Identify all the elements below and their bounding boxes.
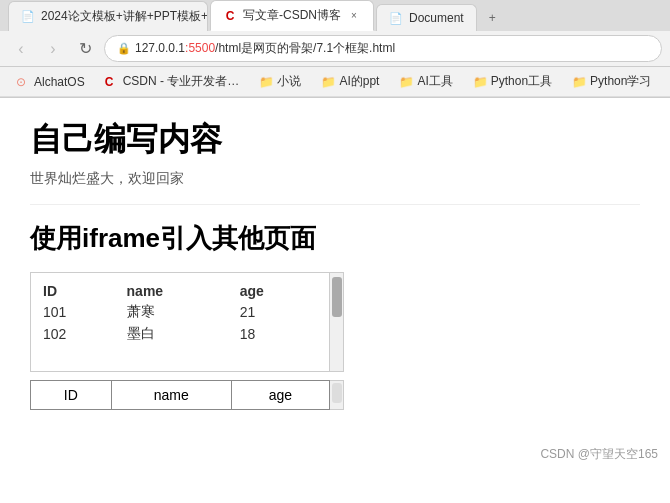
- bottom-col-id: ID: [31, 381, 112, 410]
- scrollbar-bottom[interactable]: [330, 380, 344, 410]
- row1-name: 萧寒: [123, 301, 236, 323]
- page-content: 自己编写内容 世界灿烂盛大，欢迎回家 使用iframe引入其他页面 ID nam…: [0, 98, 670, 471]
- bookmark-python-study-label: Python学习: [590, 73, 651, 90]
- table-row: 101 萧寒 21: [39, 301, 321, 323]
- tab3-label: Document: [409, 11, 464, 25]
- scrollbar[interactable]: [330, 272, 344, 372]
- row2-id: 102: [39, 323, 123, 345]
- alchat-icon: ⊙: [16, 75, 30, 89]
- new-tab-button[interactable]: +: [479, 5, 506, 31]
- tab2-icon: C: [223, 9, 237, 23]
- bookmark-python-tool[interactable]: 📁 Python工具: [465, 70, 560, 93]
- bottom-col-name: name: [111, 381, 231, 410]
- bookmark-alchat[interactable]: ⊙ AlchatOS: [8, 72, 93, 92]
- iframe-wrapper: ID name age 101 萧寒 21 102 墨白: [30, 272, 640, 372]
- tab-1[interactable]: 📄 2024论文模板+讲解+PPT模板+… ×: [8, 1, 208, 31]
- csdn-icon: C: [105, 75, 119, 89]
- browser-chrome: 📄 2024论文模板+讲解+PPT模板+… × C 写文章-CSDN博客 × 📄…: [0, 0, 670, 98]
- page-subtitle: 世界灿烂盛大，欢迎回家: [30, 170, 640, 205]
- refresh-button[interactable]: ↻: [72, 36, 98, 62]
- bookmark-csdn[interactable]: C CSDN - 专业开发者…: [97, 70, 248, 93]
- col-age-header: age: [236, 281, 321, 301]
- bookmark-novel-label: 小说: [277, 73, 301, 90]
- folder1-icon: 📁: [259, 75, 273, 89]
- scrollbar-bottom-thumb[interactable]: [332, 383, 342, 403]
- bookmark-python-tool-label: Python工具: [491, 73, 552, 90]
- bookmark-aitool[interactable]: 📁 AI工具: [391, 70, 460, 93]
- forward-button[interactable]: ›: [40, 36, 66, 62]
- folder5-icon: 📁: [572, 75, 586, 89]
- bookmark-alchat-label: AlchatOS: [34, 75, 85, 89]
- table-row: 102 墨白 18: [39, 323, 321, 345]
- iframe-table: ID name age 101 萧寒 21 102 墨白: [39, 281, 321, 345]
- col-name-header: name: [123, 281, 236, 301]
- url-host: 127.0.0.1: [135, 41, 185, 55]
- col-id-header: ID: [39, 281, 123, 301]
- table-header-row: ID name age: [39, 281, 321, 301]
- bookmark-aippt[interactable]: 📁 AI的ppt: [313, 70, 387, 93]
- tab-3[interactable]: 📄 Document: [376, 4, 477, 31]
- folder4-icon: 📁: [473, 75, 487, 89]
- bookmark-aitool-label: AI工具: [417, 73, 452, 90]
- section-title: 使用iframe引入其他页面: [30, 221, 640, 256]
- tab2-label: 写文章-CSDN博客: [243, 7, 341, 24]
- page-title: 自己编写内容: [30, 118, 640, 162]
- bottom-table-row: ID name age: [31, 381, 330, 410]
- tab3-icon: 📄: [389, 11, 403, 25]
- tab2-close[interactable]: ×: [347, 9, 361, 23]
- back-button[interactable]: ‹: [8, 36, 34, 62]
- bookmark-python-study[interactable]: 📁 Python学习: [564, 70, 659, 93]
- iframe-top: ID name age 101 萧寒 21 102 墨白: [30, 272, 330, 372]
- row1-id: 101: [39, 301, 123, 323]
- url-text: 127.0.0.1:5500/html是网页的骨架/7.1个框架.html: [135, 40, 649, 57]
- bookmarks-bar: ⊙ AlchatOS C CSDN - 专业开发者… 📁 小说 📁 AI的ppt…: [0, 67, 670, 97]
- folder3-icon: 📁: [399, 75, 413, 89]
- tab-bar: 📄 2024论文模板+讲解+PPT模板+… × C 写文章-CSDN博客 × 📄…: [0, 0, 670, 31]
- row2-name: 墨白: [123, 323, 236, 345]
- url-port: :5500: [185, 41, 215, 55]
- iframe-bottom-area: ID name age: [30, 380, 640, 410]
- bookmark-novel[interactable]: 📁 小说: [251, 70, 309, 93]
- tab1-icon: 📄: [21, 10, 35, 24]
- scrollbar-thumb[interactable]: [332, 277, 342, 317]
- url-lock-icon: 🔒: [117, 42, 131, 55]
- bottom-col-age: age: [231, 381, 329, 410]
- bookmark-aippt-label: AI的ppt: [339, 73, 379, 90]
- url-bar[interactable]: 🔒 127.0.0.1:5500/html是网页的骨架/7.1个框架.html: [104, 35, 662, 62]
- address-bar: ‹ › ↻ 🔒 127.0.0.1:5500/html是网页的骨架/7.1个框架…: [0, 31, 670, 67]
- bookmark-csdn-label: CSDN - 专业开发者…: [123, 73, 240, 90]
- folder2-icon: 📁: [321, 75, 335, 89]
- bottom-table: ID name age: [30, 380, 330, 410]
- row2-age: 18: [236, 323, 321, 345]
- tab-2[interactable]: C 写文章-CSDN博客 ×: [210, 0, 374, 31]
- row1-age: 21: [236, 301, 321, 323]
- tab1-label: 2024论文模板+讲解+PPT模板+…: [41, 8, 208, 25]
- watermark: CSDN @守望天空165: [540, 446, 658, 463]
- url-path: /html是网页的骨架/7.1个框架.html: [215, 41, 395, 55]
